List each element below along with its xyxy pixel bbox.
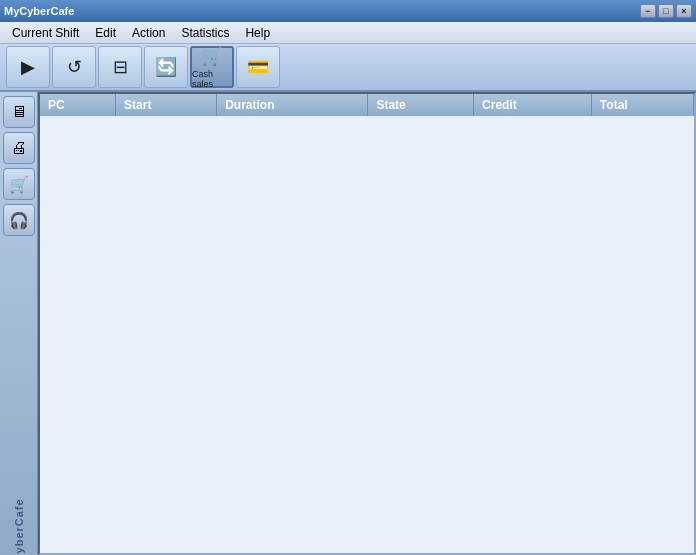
col-credit: Credit — [474, 94, 592, 116]
report-button[interactable]: ⊟ — [98, 46, 142, 88]
register-button-icon: 💳 — [247, 56, 269, 78]
menu-bar: Current ShiftEditActionStatisticsHelp — [0, 22, 696, 44]
window-controls: − □ × — [640, 4, 692, 18]
cash-sales-button-label: Cash sales — [192, 69, 232, 89]
sidebar-label: MyCyberCafe — [13, 498, 25, 555]
menu-item-edit[interactable]: Edit — [87, 24, 124, 42]
col-start: Start — [116, 94, 217, 116]
cash-sales-button-icon: 🛒 — [201, 45, 223, 67]
maximize-button[interactable]: □ — [658, 4, 674, 18]
data-table: PCStartDurationStateCreditTotal — [40, 94, 694, 116]
play-button-icon: ▶ — [21, 56, 35, 78]
kiosk-btn[interactable]: 🖨 — [3, 132, 35, 164]
menu-item-help[interactable]: Help — [237, 24, 278, 42]
support-btn[interactable]: 🎧 — [3, 204, 35, 236]
main-layout: 🖥🖨🛒🎧MyCyberCafe PCStartDurationStateCred… — [0, 92, 696, 555]
history-button[interactable]: ↺ — [52, 46, 96, 88]
refresh-button[interactable]: 🔄 — [144, 46, 188, 88]
app-title: MyCyberCafe — [4, 5, 74, 17]
col-duration: Duration — [217, 94, 368, 116]
menu-item-current-shift[interactable]: Current Shift — [4, 24, 87, 42]
pos-btn[interactable]: 🛒 — [3, 168, 35, 200]
table-header-row: PCStartDurationStateCreditTotal — [40, 94, 694, 116]
col-state: State — [368, 94, 474, 116]
minimize-button[interactable]: − — [640, 4, 656, 18]
play-button[interactable]: ▶ — [6, 46, 50, 88]
toolbar: ▶↺⊟🔄🛒Cash sales💳 — [0, 44, 696, 92]
cash-sales-button[interactable]: 🛒Cash sales — [190, 46, 234, 88]
col-total: Total — [591, 94, 693, 116]
register-button[interactable]: 💳 — [236, 46, 280, 88]
refresh-button-icon: 🔄 — [155, 56, 177, 78]
menu-item-action[interactable]: Action — [124, 24, 173, 42]
history-button-icon: ↺ — [67, 56, 82, 78]
menu-item-statistics[interactable]: Statistics — [173, 24, 237, 42]
sidebar: 🖥🖨🛒🎧MyCyberCafe — [0, 92, 38, 555]
content-area: PCStartDurationStateCreditTotal — [38, 92, 696, 555]
report-button-icon: ⊟ — [113, 56, 128, 78]
computers-btn[interactable]: 🖥 — [3, 96, 35, 128]
col-pc: PC — [40, 94, 116, 116]
title-bar: MyCyberCafe − □ × — [0, 0, 696, 22]
close-button[interactable]: × — [676, 4, 692, 18]
